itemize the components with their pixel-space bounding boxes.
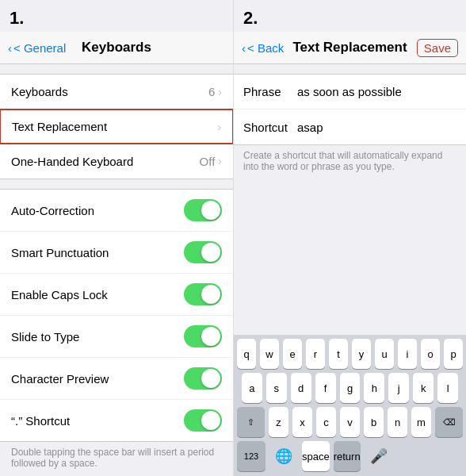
- period-shortcut-row[interactable]: “.” Shortcut: [0, 400, 233, 441]
- toggle-section: Auto-Correction Smart Punctuation Enable…: [0, 189, 233, 442]
- key-k[interactable]: k: [413, 373, 434, 403]
- left-back-button[interactable]: ‹ < General: [8, 41, 66, 55]
- key-p[interactable]: p: [444, 339, 463, 369]
- panel-number-2: 2.: [234, 0, 466, 32]
- one-handed-label: One-Handed Keyboard: [11, 155, 200, 168]
- right-back-label: < Back: [247, 41, 284, 55]
- key-space[interactable]: space: [302, 441, 330, 471]
- panel-number-1: 1.: [0, 0, 233, 32]
- enable-caps-lock-label: Enable Caps Lock: [11, 288, 184, 301]
- one-handed-chevron: ›: [218, 155, 222, 167]
- key-z[interactable]: z: [269, 407, 288, 437]
- key-l[interactable]: l: [437, 373, 458, 403]
- key-r[interactable]: r: [306, 339, 325, 369]
- replacement-form: Phrase Shortcut: [234, 74, 466, 145]
- one-handed-row[interactable]: One-Handed Keyboard Off ›: [0, 144, 233, 178]
- key-h[interactable]: h: [364, 373, 384, 403]
- key-b[interactable]: b: [364, 407, 384, 437]
- phrase-label: Phrase: [243, 85, 297, 98]
- key-t[interactable]: t: [329, 339, 348, 369]
- kb-bottom-row: 123 🌐 space return 🎤: [234, 437, 466, 476]
- key-g[interactable]: g: [340, 373, 361, 403]
- slide-to-type-label: Slide to Type: [11, 330, 184, 344]
- key-f[interactable]: f: [315, 373, 336, 403]
- key-s[interactable]: s: [266, 373, 287, 403]
- key-shift[interactable]: ⇧: [237, 407, 265, 437]
- text-replacement-row[interactable]: Text Replacement ›: [0, 109, 233, 144]
- key-x[interactable]: x: [292, 407, 312, 437]
- settings-list: Keyboards 6 › Text Replacement › One-Han…: [0, 64, 233, 476]
- kb-row-2: a s d f g h j k l: [234, 369, 466, 403]
- left-back-label: < General: [13, 41, 66, 55]
- key-a[interactable]: a: [242, 373, 262, 403]
- form-spacer: [234, 180, 466, 335]
- period-shortcut-toggle[interactable]: [184, 409, 222, 432]
- character-preview-toggle[interactable]: [184, 367, 222, 390]
- left-nav-bar: ‹ < General Keyboards: [0, 32, 233, 64]
- key-u[interactable]: u: [375, 339, 394, 369]
- form-hint: Create a shortcut that will automaticall…: [234, 145, 466, 180]
- key-return[interactable]: return: [334, 441, 361, 471]
- microphone-icon[interactable]: 🎤: [365, 442, 393, 470]
- shortcut-row: Shortcut: [234, 109, 466, 144]
- slide-to-type-row[interactable]: Slide to Type: [0, 316, 233, 358]
- key-numbers[interactable]: 123: [237, 441, 265, 471]
- character-preview-row[interactable]: Character Preview: [0, 358, 233, 400]
- character-preview-label: Character Preview: [11, 372, 184, 386]
- key-j[interactable]: j: [388, 373, 409, 403]
- slide-to-type-toggle[interactable]: [184, 325, 222, 347]
- key-n[interactable]: n: [388, 407, 407, 437]
- keyboards-chevron: ›: [218, 86, 222, 98]
- smart-punctuation-toggle[interactable]: [184, 241, 222, 263]
- globe-icon[interactable]: 🌐: [269, 442, 298, 470]
- shortcut-label: Shortcut: [243, 121, 297, 134]
- right-nav-title: Text Replacement: [292, 40, 407, 56]
- key-e[interactable]: e: [283, 339, 302, 369]
- smart-punctuation-row[interactable]: Smart Punctuation: [0, 232, 233, 274]
- phrase-row: Phrase: [234, 75, 466, 109]
- key-w[interactable]: w: [260, 339, 279, 369]
- right-panel: 2. ‹ < Back Text Replacement Save Phrase…: [234, 0, 466, 476]
- left-back-chevron: ‹: [8, 41, 12, 55]
- period-shortcut-label: “.” Shortcut: [11, 414, 184, 428]
- right-back-button[interactable]: ‹ < Back: [242, 41, 284, 55]
- top-settings-section: Keyboards 6 › Text Replacement › One-Han…: [0, 74, 233, 179]
- auto-correction-row[interactable]: Auto-Correction: [0, 190, 233, 232]
- enable-caps-lock-row[interactable]: Enable Caps Lock: [0, 274, 233, 316]
- smart-punctuation-label: Smart Punctuation: [11, 246, 184, 259]
- auto-correction-label: Auto-Correction: [11, 204, 184, 217]
- kb-row-1: q w e r t y u i o p: [234, 335, 466, 369]
- key-delete[interactable]: ⌫: [435, 407, 463, 437]
- keyboards-row[interactable]: Keyboards 6 ›: [0, 75, 233, 109]
- key-o[interactable]: o: [421, 339, 440, 369]
- key-y[interactable]: y: [352, 339, 371, 369]
- keyboard: q w e r t y u i o p a s d f g h j k l ⇧ …: [234, 335, 466, 476]
- left-nav-title: Keyboards: [82, 40, 151, 56]
- one-handed-value: Off: [200, 155, 216, 168]
- text-replacement-label: Text Replacement: [12, 120, 217, 133]
- key-v[interactable]: v: [340, 407, 360, 437]
- key-i[interactable]: i: [398, 339, 417, 369]
- key-q[interactable]: q: [237, 339, 256, 369]
- enable-caps-lock-toggle[interactable]: [184, 283, 222, 305]
- key-m[interactable]: m: [411, 407, 431, 437]
- phrase-input[interactable]: [297, 85, 456, 98]
- keyboards-label: Keyboards: [11, 85, 208, 98]
- left-panel: 1. ‹ < General Keyboards Keyboards 6 › T…: [0, 0, 234, 476]
- key-d[interactable]: d: [291, 373, 311, 403]
- kb-row-3: ⇧ z x c v b n m ⌫: [234, 403, 466, 437]
- keyboards-value: 6: [208, 85, 215, 98]
- period-shortcut-note: Double tapping the space bar will insert…: [0, 442, 233, 476]
- right-back-chevron: ‹: [242, 41, 246, 55]
- right-nav-bar: ‹ < Back Text Replacement Save: [234, 32, 466, 64]
- key-c[interactable]: c: [316, 407, 336, 437]
- shortcut-input[interactable]: [297, 121, 456, 134]
- save-button[interactable]: Save: [417, 39, 458, 57]
- text-replacement-chevron: ›: [217, 121, 221, 133]
- auto-correction-toggle[interactable]: [184, 199, 222, 221]
